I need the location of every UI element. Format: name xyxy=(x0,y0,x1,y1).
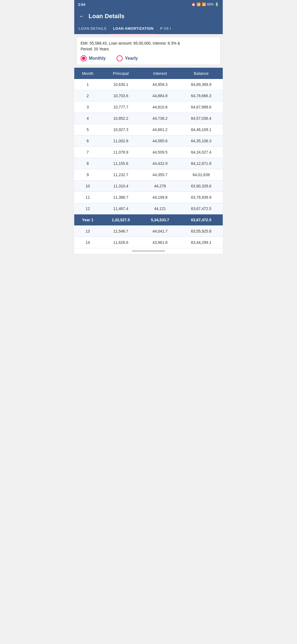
cell-3-0: 4 xyxy=(74,113,101,124)
cell-11-2: 44,121 xyxy=(141,203,180,214)
cell-7-0: 8 xyxy=(74,158,101,169)
scroll-bar xyxy=(132,250,165,252)
tab-loan-details[interactable]: LOAN DETAILS xyxy=(75,24,110,34)
cell-10-3: 63,78,939.9 xyxy=(180,192,223,203)
cell-10-2: 44,199.8 xyxy=(141,192,180,203)
col-header-principal: Principal xyxy=(101,68,141,79)
cell-2-2: 44,810.8 xyxy=(141,102,180,113)
cell-13-3: 63,55,925.8 xyxy=(180,226,223,237)
col-header-interest: Interest xyxy=(141,68,180,79)
cell-8-1: 11,232.7 xyxy=(101,169,141,181)
cell-8-0: 9 xyxy=(74,169,101,181)
cell-3-3: 64,57,036.4 xyxy=(180,113,223,124)
cell-1-0: 2 xyxy=(74,90,101,102)
cell-0-1: 10,630.1 xyxy=(101,79,141,90)
radio-monthly-circle[interactable] xyxy=(81,55,87,61)
table-row: 1211,467.444,12163,67,472.5 xyxy=(74,203,223,214)
cell-13-0: 13 xyxy=(74,226,101,237)
cell-14-2: 43,961.8 xyxy=(141,237,180,248)
cell-3-1: 10,852.2 xyxy=(101,113,141,124)
status-bar: 2:54 ⏰ 📶 📶 60% 🔋 xyxy=(74,0,223,9)
radio-yearly-circle[interactable] xyxy=(117,55,123,61)
table-row: 1411,626.643,961.863,44,299.1 xyxy=(74,237,223,248)
cell-9-1: 11,310.4 xyxy=(101,181,141,192)
cell-2-0: 3 xyxy=(74,102,101,113)
cell-0-3: 64,89,369.9 xyxy=(180,79,223,90)
cell-4-3: 64,46,109.1 xyxy=(180,124,223,135)
table-row: Year 11,32,527.55,34,533.763,67,472.5 xyxy=(74,214,223,226)
cell-11-0: 12 xyxy=(74,203,101,214)
info-text: EMI: 55,588.43, Loan amount: 65,00,000, … xyxy=(81,40,216,52)
table-row: 1111,388.744,199.863,78,939.9 xyxy=(74,192,223,203)
cell-4-2: 44,661.2 xyxy=(141,124,180,135)
radio-monthly[interactable]: Monthly xyxy=(81,55,106,61)
cell-10-1: 11,388.7 xyxy=(101,192,141,203)
cell-11-1: 11,467.4 xyxy=(101,203,141,214)
table-row: 310,777.744,810.864,67,888.6 xyxy=(74,102,223,113)
table-row: 410,852.244,736.264,57,036.4 xyxy=(74,113,223,124)
table-row: 911,232.744,355.764,01,639 xyxy=(74,169,223,181)
cell-7-1: 11,155.6 xyxy=(101,158,141,169)
cell-3-2: 44,736.2 xyxy=(141,113,180,124)
battery-label: 60% xyxy=(207,2,214,6)
cell-5-3: 64,35,106.3 xyxy=(180,135,223,147)
cell-1-3: 64,78,666.3 xyxy=(180,90,223,102)
cell-12-0: Year 1 xyxy=(74,214,101,226)
table-header-row: Month Principal Interest Balance xyxy=(74,68,223,79)
cell-5-1: 11,002.8 xyxy=(101,135,141,147)
radio-yearly[interactable]: Yearly xyxy=(117,55,138,61)
wifi-icon: 📶 xyxy=(197,2,201,6)
cell-6-2: 44,509.5 xyxy=(141,147,180,158)
cell-13-2: 44,041.7 xyxy=(141,226,180,237)
table-row: 210,703.644,884.864,78,666.3 xyxy=(74,90,223,102)
cell-0-0: 1 xyxy=(74,79,101,90)
tab-loan-amortization[interactable]: LOAN AMORTIZATION xyxy=(110,24,157,34)
back-button[interactable]: ← xyxy=(79,13,85,20)
cell-8-2: 44,355.7 xyxy=(141,169,180,181)
col-header-month: Month xyxy=(74,68,101,79)
cell-4-1: 10,927.3 xyxy=(101,124,141,135)
radio-monthly-label: Monthly xyxy=(89,56,106,61)
cell-2-3: 64,67,888.6 xyxy=(180,102,223,113)
app-bar: ← Loan Details xyxy=(74,9,223,24)
radio-yearly-label: Yearly xyxy=(125,56,138,61)
cell-13-1: 11,546.7 xyxy=(101,226,141,237)
cell-10-0: 11 xyxy=(74,192,101,203)
table-row: 1011,310.444,27863,90,328.6 xyxy=(74,181,223,192)
cell-5-0: 6 xyxy=(74,135,101,147)
cell-7-3: 64,12,871.8 xyxy=(180,158,223,169)
cell-5-2: 44,585.6 xyxy=(141,135,180,147)
cell-9-0: 10 xyxy=(74,181,101,192)
tab-p-vs-i[interactable]: P VS I xyxy=(157,24,174,34)
table-row: 510,927.344,661.264,46,109.1 xyxy=(74,124,223,135)
cell-9-3: 63,90,328.6 xyxy=(180,181,223,192)
amortization-table: Month Principal Interest Balance 110,630… xyxy=(74,68,223,248)
cell-8-3: 64,01,639 xyxy=(180,169,223,181)
cell-6-0: 7 xyxy=(74,147,101,158)
cell-6-3: 64,24,027.4 xyxy=(180,147,223,158)
cell-14-0: 14 xyxy=(74,237,101,248)
table-row: 611,002.844,585.664,35,106.3 xyxy=(74,135,223,147)
info-box: EMI: 55,588.43, Loan amount: 65,00,000, … xyxy=(76,37,221,65)
cell-12-3: 63,67,472.5 xyxy=(180,214,223,226)
alarm-icon: ⏰ xyxy=(191,2,196,6)
cell-0-2: 44,958.3 xyxy=(141,79,180,90)
status-time: 2:54 xyxy=(78,2,85,7)
cell-9-2: 44,278 xyxy=(141,181,180,192)
cell-14-1: 11,626.6 xyxy=(101,237,141,248)
table-row: 1311,546.744,041.763,55,925.8 xyxy=(74,226,223,237)
battery-icon: 🔋 xyxy=(215,2,219,6)
cell-14-3: 63,44,299.1 xyxy=(180,237,223,248)
col-header-balance: Balance xyxy=(180,68,223,79)
table-row: 811,155.644,432.964,12,871.8 xyxy=(74,158,223,169)
cell-2-1: 10,777.7 xyxy=(101,102,141,113)
cell-6-1: 11,078.9 xyxy=(101,147,141,158)
page-title: Loan Details xyxy=(89,13,125,20)
cell-1-2: 44,884.8 xyxy=(141,90,180,102)
table-row: 711,078.944,509.564,24,027.4 xyxy=(74,147,223,158)
cell-12-1: 1,32,527.5 xyxy=(101,214,141,226)
radio-group: Monthly Yearly xyxy=(81,55,216,61)
cell-7-2: 44,432.9 xyxy=(141,158,180,169)
cell-4-0: 5 xyxy=(74,124,101,135)
table-row: 110,630.144,958.364,89,369.9 xyxy=(74,79,223,90)
